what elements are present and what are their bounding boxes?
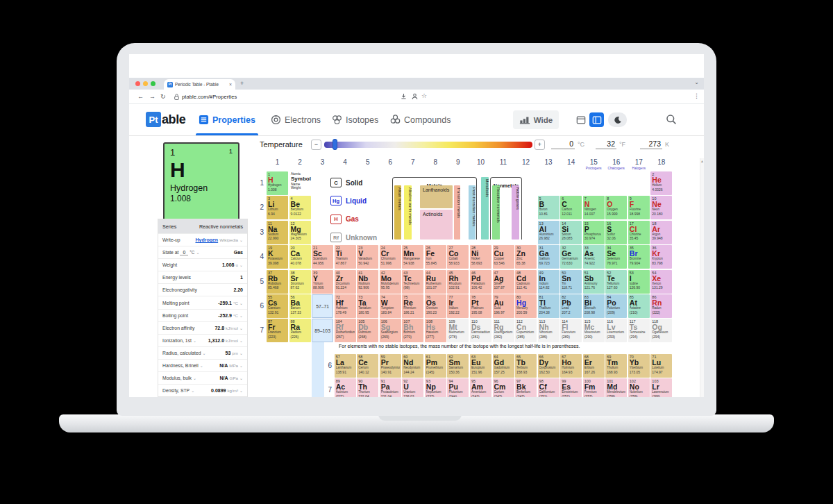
element-Re[interactable]: 75ReRhenium186.21: [402, 294, 423, 318]
property-row[interactable]: Melting point-259.1°C⌄: [158, 296, 247, 308]
element-Dy[interactable]: 66DyDysprosium162.50: [538, 354, 559, 378]
element-Rn[interactable]: 86RnRadon(222): [650, 294, 672, 318]
element-Cl[interactable]: 17ClChlorine35.45: [628, 221, 650, 244]
element-Pt[interactable]: 78PtPlatinum195.08: [470, 294, 491, 318]
element-Pu[interactable]: 94PuPlutonium(244): [447, 378, 469, 397]
tab-compounds[interactable]: Compounds: [390, 104, 451, 135]
browser-tab[interactable]: Pt Periodic Table - Ptable ×: [164, 79, 235, 90]
chevron-down-icon[interactable]: ⌄: [200, 363, 203, 368]
element-Pm[interactable]: 61PmPromethium(145): [425, 354, 446, 378]
element-Cf[interactable]: 98CfCalifornium(251): [538, 378, 559, 397]
close-tab-icon[interactable]: ×: [229, 82, 232, 87]
element-Fl[interactable]: 114FlFlerovium(289): [560, 319, 582, 342]
property-row[interactable]: State at0°C⌄Gas: [158, 246, 247, 258]
property-inline-input[interactable]: 0: [180, 250, 188, 255]
element-H[interactable]: 1HHydrogen1.008: [267, 171, 288, 195]
element-Ts[interactable]: 117TsTennessine(294): [628, 319, 650, 342]
property-row[interactable]: Density, STP⌄0.0899kg/m³⌄: [158, 384, 247, 396]
legend-reactive-nonmetals[interactable]: Reactive nonmetals: [492, 185, 500, 240]
element-Zn[interactable]: 30ZnZinc65.38: [515, 245, 537, 269]
element-Sc[interactable]: 21ScScandium44.956: [312, 245, 333, 269]
element-Og[interactable]: 118OgOganesson(294): [650, 319, 672, 342]
element-Gd[interactable]: 64GdGadolinium157.25: [493, 354, 514, 378]
element-Sm[interactable]: 62SmSamarium150.36: [447, 354, 469, 378]
element-Sb[interactable]: 51SbAntimony121.76: [583, 270, 605, 294]
element-Y[interactable]: 39YYttrium88.906: [312, 270, 333, 294]
chevron-down-icon[interactable]: ⌄: [203, 351, 206, 355]
element-He[interactable]: 2HeHelium4.0026: [650, 171, 672, 195]
element-U[interactable]: 92UUranium238.03: [402, 378, 423, 397]
element-Np[interactable]: 93NpNeptunium(237): [425, 378, 446, 397]
element-Ta[interactable]: 73TaTantalum180.95: [357, 294, 378, 318]
chevron-down-icon[interactable]: ⌄: [239, 237, 243, 242]
element-Fe[interactable]: 26FeIron55.845: [425, 245, 446, 269]
element-Bi[interactable]: 83BiBismuth208.98: [583, 294, 605, 318]
element-Mg[interactable]: 12MgMagnesium24.305: [289, 221, 311, 244]
element-Tm[interactable]: 69TmThulium168.93: [605, 354, 627, 378]
element-Te[interactable]: 52TeTellurium127.60: [605, 270, 627, 294]
element-Kr[interactable]: 36KrKrypton83.798: [650, 245, 672, 269]
wide-toggle-button[interactable]: Wide: [513, 110, 559, 129]
element-Rh[interactable]: 45RhRhodium102.91: [447, 270, 469, 294]
property-row[interactable]: Electronegativity2.20: [158, 283, 247, 296]
element-La[interactable]: 57LaLanthanum138.91: [335, 354, 356, 378]
element-Li[interactable]: 3LiLithium6.94: [267, 196, 288, 219]
property-row[interactable]: Write-upHydrogenWikipedia⌄: [158, 233, 247, 246]
element-Es[interactable]: 99EsEinsteinium(252): [560, 378, 582, 397]
element-Cr[interactable]: 24CrChromium51.996: [380, 245, 401, 269]
chevron-down-icon[interactable]: ⌄: [239, 338, 243, 343]
element-I[interactable]: 53IIodine126.90: [628, 270, 650, 294]
element-Ho[interactable]: 67HoHolmium164.93: [560, 354, 582, 378]
element-Nb[interactable]: 41NbNiobium92.906: [357, 270, 378, 294]
property-row[interactable]: Ionization, 1st⌄1,312.0kJ/mol⌄: [158, 334, 247, 346]
element-Hg[interactable]: 80HgMercury200.59: [515, 294, 537, 318]
chevron-down-icon[interactable]: ⌄: [694, 79, 699, 85]
element-Ga[interactable]: 31GaGallium69.723: [538, 245, 559, 269]
element-Ne[interactable]: 10NeNeon20.180: [650, 196, 672, 219]
element-P[interactable]: 15PPhosphorus30.974: [583, 221, 605, 244]
element-At[interactable]: 85AtAstatine(210): [628, 294, 650, 318]
chevron-down-icon[interactable]: ⌄: [239, 301, 243, 305]
element-Ge[interactable]: 32GeGermanium72.630: [560, 245, 582, 269]
chevron-down-icon[interactable]: ⌄: [191, 388, 194, 393]
element-Ag[interactable]: 47AgSilver107.87: [493, 270, 514, 294]
element-Ce[interactable]: 58CeCerium140.12: [357, 354, 378, 378]
element-Tb[interactable]: 65TbTerbium158.93: [515, 354, 537, 378]
element-Hf[interactable]: 72HfHafnium178.49: [335, 294, 356, 318]
element-F[interactable]: 9FFluorine18.998: [628, 196, 650, 219]
element-V[interactable]: 23VVanadium50.942: [357, 245, 378, 269]
property-row[interactable]: Radius, calculated⌄53pm⌄: [158, 346, 247, 359]
fullscreen-window-button[interactable]: [151, 81, 155, 86]
element-Se[interactable]: 34SeSelenium78.971: [605, 245, 627, 269]
search-button[interactable]: [666, 114, 677, 125]
element-Os[interactable]: 76OsOsmium190.23: [425, 294, 446, 318]
legend-transition-metals[interactable]: Transition metals: [454, 185, 460, 240]
element-Cm[interactable]: 96CmCurium(247): [493, 378, 514, 397]
dark-mode-toggle[interactable]: [608, 112, 627, 127]
fblock-placeholder[interactable]: 57–71: [312, 294, 333, 318]
element-Sn[interactable]: 50SnTin118.71: [560, 270, 582, 294]
chevron-down-icon[interactable]: ⌄: [239, 376, 243, 380]
element-Ds[interactable]: 110DsDarmstadtium(281): [470, 319, 491, 342]
profile-icon[interactable]: [411, 92, 419, 101]
chevron-down-icon[interactable]: ⌄: [239, 326, 243, 330]
close-window-button[interactable]: [135, 81, 140, 86]
element-Th[interactable]: 90ThThorium232.04: [357, 378, 378, 397]
chevron-down-icon[interactable]: ⌄: [193, 338, 196, 343]
element-W[interactable]: 74WTungsten183.84: [380, 294, 401, 318]
element-N[interactable]: 7NNitrogen14.007: [583, 196, 605, 219]
element-Cn[interactable]: 112CnCopernicium(285): [515, 319, 537, 342]
element-Na[interactable]: 11NaSodium22.990: [267, 221, 288, 244]
element-Sr[interactable]: 38SrStrontium87.62: [289, 270, 311, 294]
element-Pr[interactable]: 59PrPraseodymium140.91: [380, 354, 401, 378]
chevron-down-icon[interactable]: ⌄: [239, 313, 243, 318]
element-Nh[interactable]: 113NhNihonium(286): [538, 319, 559, 342]
chevron-down-icon[interactable]: ⌄: [239, 363, 243, 368]
simple-view-toggle[interactable]: [573, 112, 588, 127]
element-Cu[interactable]: 29CuCopper63.546: [493, 245, 514, 269]
element-Ca[interactable]: 20CaCalcium40.078: [289, 245, 311, 269]
property-row[interactable]: Electron affinity72.8kJ/mol⌄: [158, 321, 247, 334]
legend-alkali-metals[interactable]: Alkali metals: [394, 185, 401, 240]
element-Fr[interactable]: 87FrFrancium(223): [267, 319, 288, 342]
element-Tl[interactable]: 81TlThallium204.38: [538, 294, 559, 318]
